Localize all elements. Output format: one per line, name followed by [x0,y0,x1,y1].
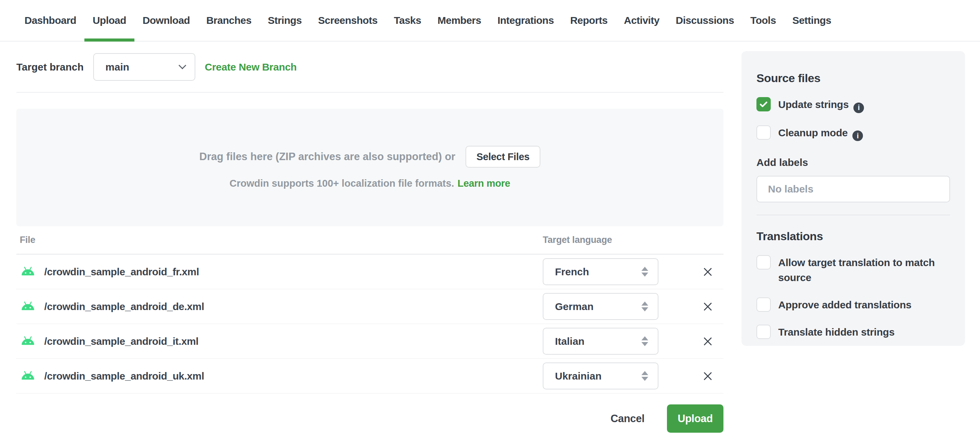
target-language-value: French [555,266,589,278]
nav-tab-dashboard[interactable]: Dashboard [16,0,84,41]
target-language-value: German [555,301,593,313]
nav-tab-tasks[interactable]: Tasks [385,0,429,41]
android-robot-icon [20,300,36,313]
android-robot-icon [20,370,36,382]
target-language-select[interactable]: French [543,258,659,285]
file-name: /crowdin_sample_android_it.xml [44,335,198,347]
approve-added-translations-label: Approve added translations [778,297,912,313]
allow-target-translation-to-match-source-checkbox[interactable] [756,255,771,270]
nav-tab-members[interactable]: Members [430,0,489,41]
cleanup-mode-checkbox[interactable] [756,125,771,140]
info-icon[interactable]: i [853,102,864,113]
translate-hidden-strings-checkbox[interactable] [756,325,771,339]
section-divider [16,92,724,93]
add-labels-label: Add labels [756,157,950,168]
target-branch-select[interactable]: main [93,53,195,81]
up-down-arrows-icon [641,336,648,346]
update-strings-label: Update stringsi [778,97,864,113]
android-robot-icon [20,266,36,278]
target-language-select[interactable]: German [543,293,659,320]
target-language-column-header: Target language [543,235,612,245]
checkbox-row: Update stringsi [756,97,950,113]
target-language-value: Italian [555,335,585,347]
upload-footer: Cancel Upload [16,404,724,433]
file-row: /crowdin_sample_android_fr.xml French [16,254,724,289]
target-branch-row: Target branch main Create New Branch [16,53,724,81]
supported-formats-text: Crowdin supports 100+ localization file … [230,178,454,189]
target-branch-value: main [105,61,129,73]
up-down-arrows-icon [641,371,648,381]
checkbox-row: Translate hidden strings [756,325,950,340]
target-language-select[interactable]: Italian [543,328,659,355]
cleanup-mode-label: Cleanup modei [778,125,863,141]
translate-hidden-strings-label: Translate hidden strings [778,325,894,340]
remove-file-button[interactable] [697,261,719,283]
file-name: /crowdin_sample_android_uk.xml [44,370,204,382]
nav-tab-tools[interactable]: Tools [742,0,784,41]
file-row: /crowdin_sample_android_uk.xml Ukrainian [16,359,724,394]
checkbox-row: Cleanup modei [756,125,950,141]
remove-file-button[interactable] [697,330,719,352]
remove-file-button[interactable] [697,365,719,387]
approve-added-translations-checkbox[interactable] [756,297,771,312]
nav-tab-download[interactable]: Download [134,0,198,41]
checkbox-row: Approve added translations [756,297,950,313]
sidebar-divider [756,215,950,216]
checkbox-row: Allow target translation to match source [756,255,950,285]
translations-heading: Translations [756,230,950,243]
cancel-button[interactable]: Cancel [611,413,644,425]
update-strings-checkbox[interactable] [756,97,771,112]
learn-more-link[interactable]: Learn more [457,178,510,189]
info-icon[interactable]: i [853,131,863,141]
allow-target-translation-to-match-source-label: Allow target translation to match source [778,255,942,285]
checkmark-icon [759,99,769,109]
nav-tab-activity[interactable]: Activity [616,0,667,41]
drag-files-text: Drag files here (ZIP archives are also s… [199,151,455,163]
upload-options-sidebar: Source files Update stringsi Cleanup mod… [741,51,965,346]
labels-input[interactable] [756,176,950,203]
nav-tab-reports[interactable]: Reports [562,0,616,41]
file-name: /crowdin_sample_android_fr.xml [44,266,199,278]
up-down-arrows-icon [641,302,648,311]
nav-tab-strings[interactable]: Strings [259,0,310,41]
nav-tab-upload[interactable]: Upload [84,0,134,41]
remove-file-button[interactable] [697,296,719,318]
file-column-header: File [20,235,35,245]
nav-tab-integrations[interactable]: Integrations [489,0,562,41]
up-down-arrows-icon [641,267,648,277]
nav-tab-discussions[interactable]: Discussions [668,0,742,41]
select-files-button[interactable]: Select Files [466,146,540,168]
file-row: /crowdin_sample_android_de.xml German [16,289,724,324]
file-row: /crowdin_sample_android_it.xml Italian [16,324,724,359]
target-branch-label: Target branch [16,61,84,73]
chevron-down-icon [178,61,186,69]
top-nav: DashboardUploadDownloadBranchesStringsSc… [0,0,980,42]
android-robot-icon [20,335,36,348]
main-content: Target branch main Create New Branch Dra… [16,42,724,433]
nav-tab-settings[interactable]: Settings [784,0,839,41]
create-new-branch-link[interactable]: Create New Branch [205,61,297,73]
file-dropzone[interactable]: Drag files here (ZIP archives are also s… [16,109,724,226]
x-icon [702,266,714,278]
x-icon [702,335,714,347]
target-language-value: Ukrainian [555,370,601,382]
target-language-select[interactable]: Ukrainian [543,362,659,390]
source-files-heading: Source files [756,72,950,85]
file-table-body: /crowdin_sample_android_fr.xml French /c… [16,254,724,394]
file-name: /crowdin_sample_android_de.xml [44,301,204,313]
nav-tab-screenshots[interactable]: Screenshots [310,0,386,41]
x-icon [702,301,714,313]
x-icon [702,370,714,382]
nav-tab-branches[interactable]: Branches [198,0,259,41]
file-table-header: File Target language [16,226,724,254]
upload-button[interactable]: Upload [667,404,724,433]
